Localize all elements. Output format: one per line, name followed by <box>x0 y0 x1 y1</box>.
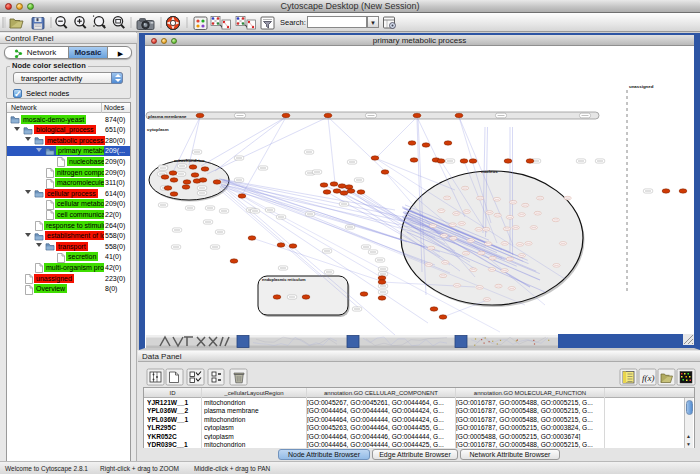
svg-text:nucleus: nucleus <box>481 169 498 174</box>
svg-text:endoplasmic reticulum: endoplasmic reticulum <box>262 277 306 282</box>
svg-text:mitochondrion: mitochondrion <box>174 158 205 163</box>
svg-text:cytoplasm: cytoplasm <box>147 127 169 132</box>
svg-text:plasma membrane: plasma membrane <box>148 114 187 119</box>
svg-text:f(x): f(x) <box>642 373 655 383</box>
svg-text:unassigned: unassigned <box>629 84 654 89</box>
